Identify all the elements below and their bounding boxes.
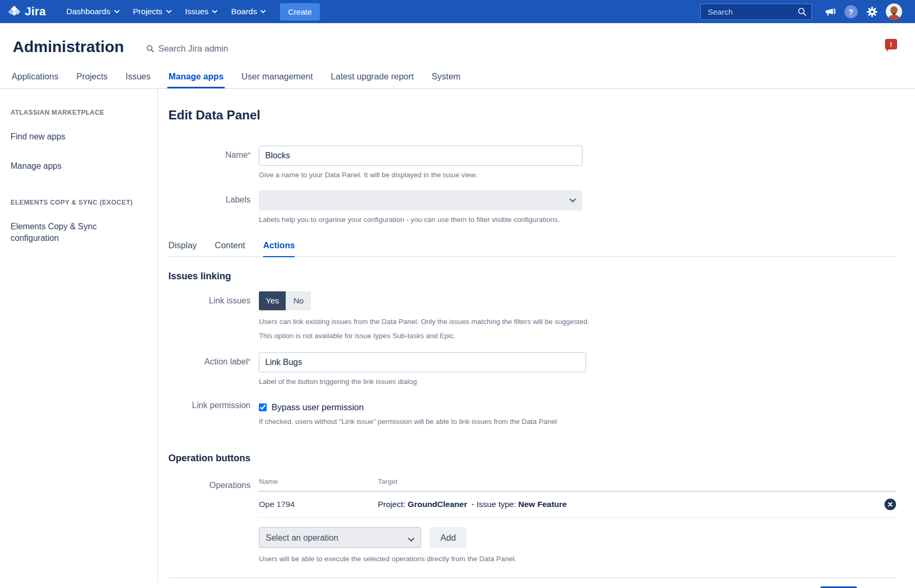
admin-search[interactable]: Search Jira admin [146, 40, 228, 54]
operations-table-header: Name Target [259, 473, 896, 492]
nav-issues-menu[interactable]: Issues [178, 0, 225, 23]
target-issue-type: New Feature [518, 500, 567, 509]
edit-data-panel-title: Edit Data Panel [168, 108, 896, 123]
link-permission-row: Link permission Bypass user permission I… [168, 399, 896, 425]
chevron-down-icon [569, 198, 576, 202]
operation-select[interactable]: Select an operation [259, 527, 421, 548]
navbar-search [700, 4, 812, 20]
sidebar-heading: ELEMENTS COPY & SYNC (EXOCET) [11, 199, 145, 206]
top-navbar: Jira Dashboards Projects Issues Boards C… [0, 0, 915, 23]
link-issues-no-button[interactable]: No [286, 291, 311, 310]
tab-actions[interactable]: Actions [263, 240, 295, 257]
add-operation-row: Select an operation Add [259, 527, 896, 548]
form-footer: Save Cancel [168, 578, 896, 588]
operation-buttons-heading: Operation buttons [168, 453, 896, 464]
tab-applications[interactable]: Applications [11, 68, 59, 88]
gear-icon [867, 6, 878, 17]
page-title: Administration [13, 38, 124, 56]
column-header-target: Target [378, 478, 875, 485]
operations-row: Operations Name Target Ope 1794 Project:… [168, 473, 896, 563]
sidebar: ATLASSIAN MARKETPLACE Find new apps Mana… [0, 89, 158, 582]
sidebar-section-exocet: ELEMENTS COPY & SYNC (EXOCET) Elements C… [11, 199, 145, 244]
content-panel: Edit Data Panel Name* Give a name to you… [158, 89, 915, 582]
nav-item-label: Dashboards [66, 7, 110, 16]
sidebar-section-marketplace: ATLASSIAN MARKETPLACE Find new apps Mana… [11, 109, 145, 171]
bypass-permission-checkbox-label[interactable]: Bypass user permission [272, 402, 364, 412]
search-icon[interactable] [798, 7, 807, 16]
nav-item-label: Issues [185, 7, 209, 16]
tab-content[interactable]: Content [215, 240, 245, 256]
chevron-down-icon [166, 10, 172, 13]
megaphone-icon [824, 7, 836, 17]
link-issues-help-2: This option is not available for issue t… [259, 332, 896, 340]
tab-issues[interactable]: Issues [125, 68, 152, 88]
admin-header: Administration Search Jira admin ! [0, 23, 915, 56]
admin-tab-bar: Applications Projects Issues Manage apps… [0, 68, 915, 89]
panel-tab-bar: Display Content Actions [168, 240, 896, 257]
operation-name: Ope 1794 [259, 500, 378, 509]
chevron-down-icon [260, 10, 266, 13]
nav-dashboards-menu[interactable]: Dashboards [59, 0, 126, 23]
labels-help-text: Labels help you to organise your configu… [259, 216, 896, 224]
sidebar-item-manage-apps[interactable]: Manage apps [11, 160, 126, 172]
labels-select[interactable] [259, 190, 582, 210]
main-layout: ATLASSIAN MARKETPLACE Find new apps Mana… [0, 89, 915, 582]
issues-linking-heading: Issues linking [168, 271, 896, 282]
feedback-icon: ! [890, 40, 892, 48]
create-button[interactable]: Create [280, 3, 319, 21]
close-icon [888, 502, 893, 507]
sidebar-item-find-new-apps[interactable]: Find new apps [11, 131, 126, 143]
column-header-name: Name [259, 478, 378, 485]
search-icon [146, 45, 154, 53]
nav-item-label: Projects [133, 7, 163, 16]
link-issues-label: Link issues [168, 291, 259, 340]
link-permission-help-text: If checked, users without "Link issue" p… [259, 418, 896, 425]
brand-label: Jira [25, 5, 46, 18]
link-issues-toggle: Yes No [259, 291, 311, 310]
admin-search-label: Search Jira admin [158, 44, 228, 54]
nav-boards-menu[interactable]: Boards [224, 0, 273, 23]
sidebar-item-elements-configuration[interactable]: Elements Copy & Sync configuration [11, 221, 126, 244]
action-label-help-text: Label of the button triggering the link … [259, 378, 896, 386]
tab-projects[interactable]: Projects [75, 68, 109, 88]
help-button[interactable]: ? [840, 0, 861, 23]
nav-projects-menu[interactable]: Projects [126, 0, 178, 23]
tab-display[interactable]: Display [168, 240, 197, 256]
tab-user-management[interactable]: User management [240, 68, 314, 88]
action-label-row: Action label* Label of the button trigge… [168, 352, 896, 386]
required-asterisk: * [248, 357, 250, 365]
required-asterisk: * [248, 150, 250, 158]
action-label-input[interactable] [259, 352, 586, 372]
tab-latest-upgrade-report[interactable]: Latest upgrade report [330, 68, 415, 88]
link-issues-row: Link issues Yes No Users can link existi… [168, 291, 896, 340]
operations-table: Name Target Ope 1794 Project: GroundClea… [259, 473, 896, 563]
feedback-button[interactable]: ! [885, 39, 897, 49]
tab-system[interactable]: System [430, 68, 461, 88]
navbar-search-input[interactable] [707, 7, 798, 17]
chevron-down-icon [212, 10, 217, 13]
table-row: Ope 1794 Project: GroundCleaner - Issue … [259, 492, 896, 518]
link-issues-yes-button[interactable]: Yes [259, 291, 286, 310]
name-help-text: Give a name to your Data Panel. It will … [259, 171, 896, 179]
chevron-down-icon [114, 10, 119, 13]
operations-label: Operations [168, 473, 259, 563]
labels-label: Labels [168, 190, 259, 224]
tab-manage-apps[interactable]: Manage apps [167, 68, 225, 88]
announcements-button[interactable] [819, 0, 840, 23]
name-label: Name* [168, 146, 259, 179]
target-project: GroundCleaner [408, 500, 467, 509]
action-label-label: Action label* [168, 352, 259, 386]
name-input[interactable] [259, 146, 582, 166]
operation-target: Project: GroundCleaner - Issue type: New… [378, 500, 875, 509]
settings-button[interactable] [861, 0, 882, 23]
delete-operation-button[interactable] [884, 499, 896, 510]
link-permission-label: Link permission [168, 399, 259, 425]
jira-logo-icon [7, 5, 21, 18]
sidebar-heading: ATLASSIAN MARKETPLACE [11, 109, 145, 116]
jira-home-link[interactable]: Jira [7, 5, 46, 18]
bypass-permission-checkbox[interactable] [259, 403, 267, 411]
user-avatar[interactable] [882, 0, 906, 23]
labels-field-row: Labels Labels help you to organise your … [168, 190, 896, 224]
help-icon: ? [844, 5, 858, 18]
add-operation-button[interactable]: Add [429, 527, 467, 548]
